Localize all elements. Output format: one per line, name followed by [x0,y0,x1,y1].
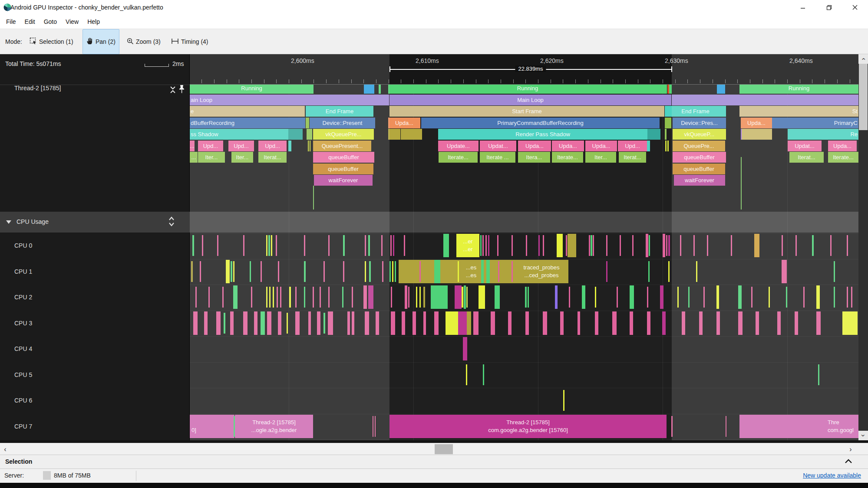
cpu-slice[interactable] [671,416,673,437]
cpu-slice[interactable] [589,235,590,256]
cpu-slice[interactable] [847,235,848,256]
cpu-slice[interactable] [261,261,262,282]
slice[interactable] [665,118,671,128]
cpu-slice[interactable]: 0] [190,415,234,438]
cpu-slice[interactable] [276,235,277,256]
cpu-slice[interactable] [795,235,797,256]
cpu-slice[interactable] [754,234,759,257]
cpu-slice[interactable] [606,261,607,282]
slice[interactable]: Iterate... [439,152,478,163]
cpu-slice[interactable] [462,287,463,308]
cpu-slice[interactable] [830,235,832,256]
cpu-slice[interactable] [266,235,267,256]
cpu-slice[interactable] [323,261,325,282]
vertical-scrollbar[interactable]: › › [858,54,868,440]
cpu-slice[interactable] [391,311,395,335]
slice[interactable]: waitForever [314,175,373,186]
cpu-slice[interactable] [716,311,720,335]
cpu-slice[interactable] [413,311,416,335]
cpu-slice[interactable] [466,364,467,385]
cpu-slice[interactable]: Thread-2 [15785] com.google.a2g.bender [… [389,415,667,438]
cpu-slice[interactable] [208,287,210,308]
cpu-slice[interactable] [368,285,373,309]
slice[interactable]: queueBuffer [673,152,726,163]
slice[interactable]: Device::Present [310,118,375,128]
cpu-slice[interactable] [569,287,570,308]
slice[interactable]: Update... [438,141,479,151]
cpu-slice[interactable] [368,235,370,256]
cpu-slice[interactable] [416,287,417,308]
cpu-slice[interactable] [304,235,305,256]
slice[interactable]: Upd... [198,141,223,151]
horizontal-scrollbar-thumb[interactable] [435,444,453,454]
cpu-slice[interactable] [803,287,805,308]
cpu-slice[interactable] [479,285,485,309]
menu-file[interactable]: File [2,18,20,25]
cpu-slice[interactable] [390,235,392,256]
cpu-slice[interactable] [352,287,353,308]
cpu-slice[interactable] [630,311,633,335]
cpu-slice[interactable] [751,287,752,308]
cpu-slice[interactable] [382,261,383,282]
cpu-slice[interactable] [777,311,781,335]
slice[interactable]: vkQueueP... [673,129,726,140]
slice[interactable]: St [739,106,858,117]
cpu-slice[interactable] [226,260,230,283]
vertical-scrollbar-thumb[interactable] [859,64,868,130]
cpu-slice[interactable] [668,235,670,256]
cpu-slice[interactable] [278,261,279,282]
slice[interactable]: Itera... [518,152,550,163]
maximize-button[interactable] [816,0,842,15]
cpu-slice[interactable] [308,311,311,335]
cpu-slice[interactable] [216,311,221,335]
slice[interactable]: Iter... [198,152,225,163]
cpu-slice[interactable] [231,261,232,282]
cpu-slice[interactable] [647,311,650,335]
menu-help[interactable]: Help [83,18,104,25]
cpu-slice[interactable] [251,287,252,308]
cpu-slice[interactable] [847,287,848,308]
minimize-button[interactable] [790,0,816,15]
cpu-slice[interactable] [391,287,392,308]
slice[interactable]: Upd... [228,141,254,151]
slice[interactable] [647,129,660,140]
cpu-slice[interactable] [467,311,471,335]
cpu-slice[interactable] [842,311,858,335]
slice[interactable] [307,129,312,140]
cpu-slice[interactable] [834,261,835,282]
cpu-slice[interactable] [526,235,527,256]
cpu-slice[interactable] [233,285,238,309]
cpu-slice[interactable] [395,261,396,282]
slice[interactable]: QueuePresent... [313,141,371,151]
cpu-slice[interactable] [434,260,440,283]
cpu-slice[interactable] [328,287,330,308]
cpu-slice[interactable] [393,235,394,256]
cpu-slice[interactable]: Thre com.googl [739,415,858,438]
slice[interactable]: ... [190,141,195,151]
cpu-slice[interactable] [204,311,208,335]
cpu-slice[interactable] [834,287,835,308]
cpu-slice[interactable] [458,261,459,282]
cpu-slice[interactable] [525,287,527,308]
cpu-slice[interactable] [488,235,489,256]
cpu-slice[interactable] [578,311,580,335]
cpu-slice[interactable] [756,311,759,335]
cpu-slice[interactable] [473,311,479,335]
cpu-slice[interactable] [696,261,697,282]
cpu-slice[interactable] [497,235,498,256]
slice[interactable]: Updat... [788,141,822,151]
cpu-slice[interactable] [557,234,563,257]
slice[interactable]: Iterat... [789,152,824,163]
cpu-slice[interactable] [267,311,271,335]
collapse-icon[interactable] [170,86,176,95]
cpu-slice[interactable] [443,234,449,257]
cpu-slice[interactable] [343,235,345,256]
pan-mode-button[interactable]: Pan (2) [83,29,119,54]
pin-icon[interactable] [178,85,185,96]
scroll-left-icon[interactable]: ‹ [0,443,10,455]
cpu-slice[interactable] [466,287,468,308]
cpu-slice[interactable] [273,287,274,308]
cpu-slice[interactable] [812,235,814,256]
cpu-slice[interactable] [591,235,592,256]
slice[interactable]: Upda... [552,141,584,151]
